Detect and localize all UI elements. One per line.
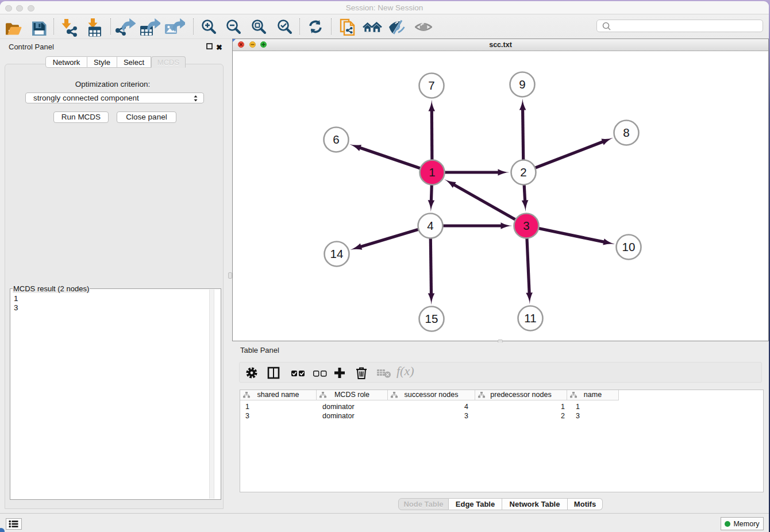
- svg-text:10: 10: [622, 240, 636, 253]
- svg-text:2: 2: [520, 165, 526, 179]
- svg-text:7: 7: [428, 79, 434, 92]
- svg-text:6: 6: [333, 133, 339, 146]
- svg-text:1: 1: [429, 165, 435, 179]
- svg-text:15: 15: [425, 312, 438, 325]
- svg-text:3: 3: [523, 219, 529, 232]
- svg-text:4: 4: [427, 219, 433, 232]
- svg-text:8: 8: [623, 126, 629, 139]
- svg-text:11: 11: [524, 311, 536, 325]
- svg-text:9: 9: [519, 78, 525, 91]
- svg-text:14: 14: [330, 247, 344, 260]
